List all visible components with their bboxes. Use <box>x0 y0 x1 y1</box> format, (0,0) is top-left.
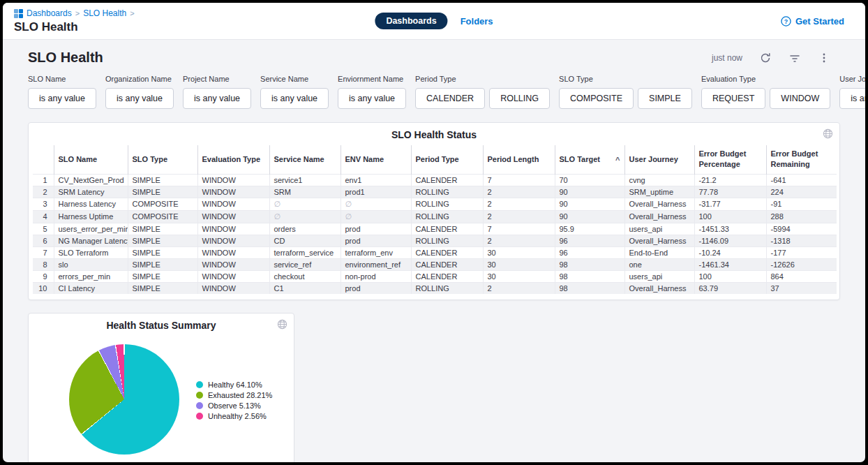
column-header-period-type[interactable]: Period Type <box>411 145 483 174</box>
table-cell: prod <box>341 223 411 235</box>
get-started-label: Get Started <box>795 16 844 27</box>
breadcrumb-separator: > <box>130 9 134 17</box>
filter-chip[interactable]: COMPOSITE <box>559 88 634 109</box>
table-row[interactable]: 2SRM LatencySIMPLEWINDOWSRMprod1ROLLING2… <box>33 186 837 198</box>
legend-item-healthy[interactable]: Healthy 64.10% <box>196 381 272 389</box>
tab-folders[interactable]: Folders <box>461 16 493 27</box>
table-row[interactable]: 1CV_NextGen_ProdSIMPLEWINDOWservice1env1… <box>33 174 837 186</box>
app-window: Dashboards > SLO Health > SLO Health Das… <box>3 3 865 462</box>
table-cell: WINDOW <box>197 258 269 270</box>
screenshot-frame: Dashboards > SLO Health > SLO Health Das… <box>0 0 868 465</box>
tab-dashboards[interactable]: Dashboards <box>375 13 447 29</box>
table-cell: SLO Terraform <box>54 246 128 258</box>
filter-chip[interactable]: CALENDER <box>415 88 485 109</box>
filter-chip[interactable]: SIMPLE <box>638 88 692 109</box>
kebab-menu-icon[interactable] <box>818 52 830 64</box>
filter-chip[interactable]: WINDOW <box>770 88 830 109</box>
filter-group-organization-name: Organization Nameis any value <box>105 75 174 109</box>
breadcrumb-slo-health-link[interactable]: SLO Health <box>83 8 126 18</box>
column-header-user-journey[interactable]: User Journey <box>624 145 694 174</box>
table-cell: 2 <box>483 186 555 198</box>
legend-item-observe[interactable]: Observe 5.13% <box>196 401 272 410</box>
column-header-evaluation-type[interactable]: Evaluation Type <box>197 145 269 174</box>
column-header-slo-target[interactable]: SLO Target^ <box>555 145 624 174</box>
globe-icon[interactable] <box>277 319 287 332</box>
table-cell: SIMPLE <box>128 270 197 282</box>
last-refreshed-label: just now <box>712 53 742 63</box>
table-cell: SRM <box>269 186 341 198</box>
table-cell: -1451.33 <box>694 223 766 235</box>
health-status-pie-chart[interactable] <box>69 344 179 455</box>
table-cell: slo <box>54 258 128 270</box>
table-row[interactable]: 8sloSIMPLEWINDOWservice_refenvironment_r… <box>33 258 837 270</box>
svg-text:?: ? <box>784 18 788 25</box>
table-cell: WINDOW <box>197 186 269 198</box>
table-cell: 100 <box>694 210 766 223</box>
filter-icon[interactable] <box>788 52 801 64</box>
filter-chip[interactable]: is any value <box>338 88 406 109</box>
table-cell: 100 <box>694 270 766 282</box>
column-header-error-budget-remaining[interactable]: Error Budget Remaining <box>766 145 837 174</box>
table-cell: 98 <box>555 282 624 294</box>
table-cell: Overall_Harness <box>624 210 694 223</box>
refresh-icon[interactable] <box>759 52 772 64</box>
row-number: 4 <box>33 210 54 223</box>
table-row[interactable]: 5users_error_per_minSIMPLEWINDOWorderspr… <box>33 223 837 235</box>
table-cell: ∅ <box>269 210 341 223</box>
table-cell: 70 <box>555 174 624 186</box>
table-cell: Overall_Harness <box>624 198 694 210</box>
table-cell: WINDOW <box>197 270 269 282</box>
table-row[interactable]: 4Harness UptimeCOMPOSITEWINDOW∅∅ROLLING2… <box>33 210 837 223</box>
filter-chip[interactable]: REQUEST <box>701 88 765 109</box>
table-cell: 2 <box>483 210 555 223</box>
filter-chip[interactable]: is any value <box>260 88 329 109</box>
table-cell: 224 <box>766 186 837 198</box>
column-header-slo-type[interactable]: SLO Type <box>128 145 197 174</box>
filter-group-service-name: Service Nameis any value <box>260 75 329 109</box>
breadcrumb-dashboards-link[interactable]: Dashboards <box>27 8 72 18</box>
table-cell: one <box>624 258 694 270</box>
table-cell: -5994 <box>766 223 837 235</box>
filter-group-slo-type: SLO TypeCOMPOSITESIMPLE <box>559 75 692 109</box>
table-row[interactable]: 7SLO TerraformSIMPLEWINDOWterraform_serv… <box>33 246 837 258</box>
column-header-period-length[interactable]: Period Length <box>483 145 555 174</box>
table-cell: -91 <box>766 198 837 210</box>
pie-legend: Healthy 64.10%Exhausted 28.21%Observe 5.… <box>196 381 272 420</box>
table-cell: -1146.09 <box>694 235 766 246</box>
filter-label: SLO Name <box>28 75 96 83</box>
filter-chip[interactable]: is any value <box>183 88 251 109</box>
table-row[interactable]: 10CI LatencySIMPLEWINDOWC1prodROLLING298… <box>33 282 837 294</box>
view-tabs: Dashboards Folders <box>375 13 493 29</box>
table-cell: WINDOW <box>197 246 269 258</box>
legend-color-dot <box>196 381 203 388</box>
column-header-slo-name[interactable]: SLO Name <box>54 145 128 174</box>
filter-chip[interactable]: ROLLING <box>489 88 550 109</box>
legend-item-exhausted[interactable]: Exhausted 28.21% <box>196 391 272 399</box>
legend-label: Observe 5.13% <box>208 401 261 410</box>
table-row[interactable]: 3Harness LatencyCOMPOSITEWINDOW∅∅ROLLING… <box>33 198 837 210</box>
row-number: 8 <box>33 258 54 270</box>
table-cell: -21.2 <box>694 174 766 186</box>
column-header-env-name[interactable]: ENV Name <box>341 145 411 174</box>
table-row[interactable]: 6NG Manager LatencySIMPLEWINDOWCDprodROL… <box>33 235 837 246</box>
legend-color-dot <box>196 413 203 420</box>
row-number: 3 <box>33 198 54 210</box>
filter-chip[interactable]: is any value <box>839 88 865 109</box>
table-cell: -177 <box>766 246 837 258</box>
column-header-error-budget-percentage[interactable]: Error Budget Percentage <box>694 145 766 174</box>
column-header-service-name[interactable]: Service Name <box>269 145 341 174</box>
get-started-button[interactable]: ? Get Started <box>781 16 844 27</box>
table-cell: 2 <box>483 235 555 246</box>
table-cell: 95.9 <box>555 223 624 235</box>
legend-item-unhealthy[interactable]: Unhealthy 2.56% <box>196 412 272 420</box>
filter-chip[interactable]: is any value <box>28 88 96 109</box>
table-cell: ROLLING <box>411 210 483 223</box>
table-cell: 30 <box>483 258 555 270</box>
table-cell: SRM Latency <box>54 186 128 198</box>
globe-icon[interactable] <box>823 128 833 142</box>
table-cell: Harness Uptime <box>54 210 128 223</box>
filter-chip[interactable]: is any value <box>105 88 174 109</box>
table-row[interactable]: 9errors_per_minSIMPLEWINDOWcheckoutnon-p… <box>33 270 837 282</box>
table-cell: WINDOW <box>197 235 269 246</box>
table-cell: users_error_per_min <box>54 223 128 235</box>
